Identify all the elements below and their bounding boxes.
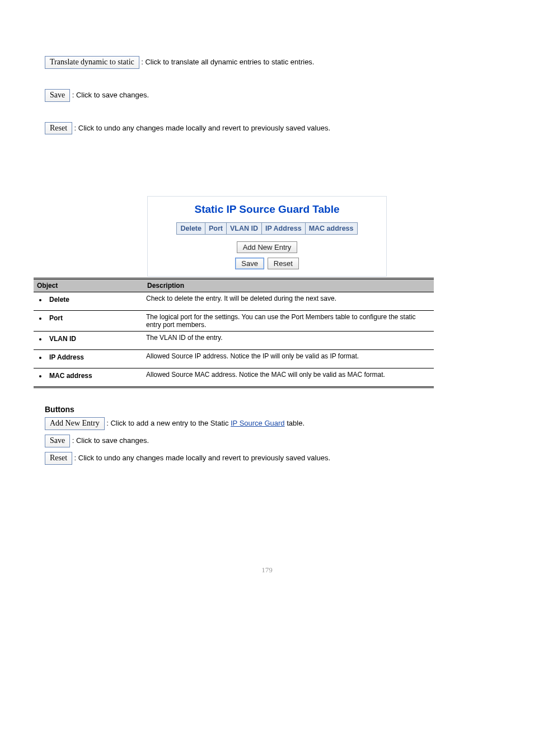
screenshot-add-new-entry-button[interactable]: Add New Entry [237, 241, 298, 253]
save-button-top[interactable]: Save [45, 89, 70, 102]
screenshot-table: Delete Port VLAN ID IP Address MAC addre… [176, 222, 357, 235]
table-row: Delete Check to delete the entry. It wil… [34, 292, 434, 311]
static-ip-source-guard-screenshot: Static IP Source Guard Table Delete Port… [147, 196, 387, 277]
ip-source-guard-link[interactable]: IP Source Guard [231, 419, 285, 427]
col-vlan-id: VLAN ID [227, 223, 262, 235]
screenshot-title: Static IP Source Guard Table [152, 203, 382, 216]
screenshot-reset-button[interactable]: Reset [268, 258, 299, 269]
table-row: Port The logical port for the settings. … [34, 311, 434, 332]
config-object-description-table: Object Description Delete Check to delet… [34, 278, 434, 388]
page-number: 179 [28, 566, 506, 575]
reset-desc-top: : Click to undo any changes made locally… [74, 124, 330, 132]
save-desc-top: : Click to save changes. [72, 91, 149, 99]
table-row: IP Address Allowed Source IP address. No… [34, 350, 434, 368]
translate-dynamic-desc: : Click to translate all dynamic entries… [141, 58, 314, 66]
reset-desc: : Click to undo any changes made locally… [74, 454, 330, 462]
col-mac-address: MAC address [305, 223, 357, 235]
add-new-entry-desc: : Click to add a new entry to the Static… [106, 419, 305, 427]
reset-button-top[interactable]: Reset [45, 122, 72, 135]
col-delete: Delete [177, 223, 205, 235]
row-label-ip: IP Address [49, 353, 84, 361]
row-desc-delete: Check to delete the entry. It will be de… [144, 292, 434, 311]
row-label-mac: MAC address [49, 372, 92, 380]
buttons-heading: Buttons [45, 405, 506, 414]
table-row: VLAN ID The VLAN ID of the entry. [34, 332, 434, 350]
row-desc-ip: Allowed Source IP address. Notice the IP… [144, 350, 434, 368]
row-label-port: Port [49, 314, 63, 322]
table-row: MAC address Allowed Source MAC address. … [34, 368, 434, 388]
col-port: Port [205, 223, 227, 235]
row-desc-vlan: The VLAN ID of the entry. [144, 332, 434, 350]
screenshot-save-button[interactable]: Save [235, 258, 264, 269]
save-desc: : Click to save changes. [72, 436, 149, 445]
row-desc-port: The logical port for the settings. You c… [144, 311, 434, 332]
add-new-entry-button[interactable]: Add New Entry [45, 417, 105, 430]
save-button[interactable]: Save [45, 435, 70, 447]
row-desc-mac: Allowed Source MAC address. Notice the M… [144, 368, 434, 388]
row-label-delete: Delete [49, 296, 69, 304]
row-label-vlan: VLAN ID [49, 335, 76, 343]
translate-dynamic-button[interactable]: Translate dynamic to static [45, 56, 139, 69]
col-ip-address: IP Address [262, 223, 306, 235]
config-header-object: Object [34, 279, 144, 292]
reset-button[interactable]: Reset [45, 452, 72, 465]
config-header-description: Description [144, 279, 434, 292]
